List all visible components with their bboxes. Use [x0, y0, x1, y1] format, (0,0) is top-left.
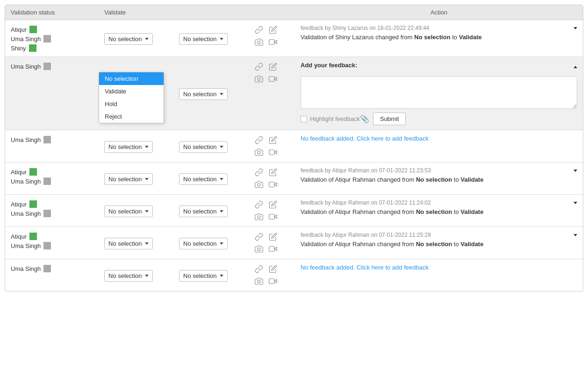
video-icon[interactable]: [268, 179, 278, 190]
svg-marker-10: [274, 183, 277, 186]
camera-icon[interactable]: [254, 276, 264, 286]
chevron-down-icon: [220, 38, 223, 40]
collapse-icon[interactable]: [574, 27, 577, 29]
user-name: Uma Singh: [11, 35, 41, 43]
chevron-down-icon: [145, 242, 149, 245]
cell-dropdown-validate2-row4: No selection: [173, 163, 248, 194]
svg-rect-14: [269, 214, 274, 220]
validate2-value: No selection: [183, 240, 217, 247]
cell-users-row1: Atiqur Uma Singh Shiny: [5, 20, 99, 57]
camera-icon[interactable]: [254, 37, 264, 47]
user-name: Atiqur: [11, 26, 27, 33]
link-icon[interactable]: [254, 199, 264, 210]
cell-dropdown-validate-row2: No selection No selection Validate Hold …: [99, 57, 173, 130]
feedback-text: Validation of Atiqur Rahman changed from…: [301, 176, 483, 184]
submit-button[interactable]: Submit: [373, 113, 406, 125]
chevron-down-icon: [145, 275, 149, 277]
cell-users-row7: Uma Singh: [5, 259, 99, 291]
user-name: Uma Singh: [11, 63, 41, 70]
icon-row: [254, 244, 278, 254]
collapse-icon[interactable]: [574, 202, 577, 204]
validate2-dropdown-btn[interactable]: No selection: [179, 88, 228, 100]
highlight-checkbox[interactable]: [301, 116, 307, 122]
edit-icon[interactable]: [268, 25, 278, 35]
status-indicator: [43, 265, 51, 272]
link-icon[interactable]: [254, 264, 264, 274]
cell-icons-row3: [248, 130, 295, 162]
chevron-down-icon: [145, 178, 149, 180]
validate-dropdown-btn[interactable]: No selection: [104, 141, 153, 153]
action-top-row: Add your feedback:: [301, 62, 577, 72]
camera-icon[interactable]: [254, 74, 264, 84]
camera-icon[interactable]: [254, 179, 264, 190]
collapse-icon[interactable]: [574, 234, 577, 236]
edit-icon[interactable]: [268, 167, 278, 177]
link-icon[interactable]: [254, 135, 264, 145]
collapse-icon[interactable]: [574, 170, 577, 172]
add-feedback-link[interactable]: No feedback added. Click here to add fee…: [301, 264, 429, 271]
validate-value: No selection: [108, 208, 142, 215]
camera-icon[interactable]: [254, 147, 264, 157]
dropdown-item-hold[interactable]: Hold: [99, 98, 164, 110]
user-entry: Uma Singh: [11, 177, 51, 185]
camera-icon[interactable]: [254, 244, 264, 254]
svg-marker-13: [274, 215, 277, 219]
link-icon[interactable]: [254, 167, 264, 177]
svg-rect-2: [269, 40, 274, 45]
cell-dropdown-validate-row6: No selection: [99, 227, 173, 259]
icon-row: [254, 135, 278, 145]
video-icon[interactable]: [268, 37, 278, 47]
link-icon[interactable]: [254, 62, 264, 72]
table-row: Atiqur Uma Singh No selection No selecti…: [5, 195, 583, 227]
validate2-dropdown-btn[interactable]: No selection: [179, 270, 228, 282]
validate-dropdown-btn[interactable]: No selection: [104, 206, 153, 217]
cell-action-row4: feedback by Atiqur Rahman on 07-01-2022 …: [295, 163, 583, 194]
add-feedback-link[interactable]: No feedback added. Click here to add fee…: [301, 135, 429, 142]
video-icon[interactable]: [268, 212, 278, 222]
cell-users-row4: Atiqur Uma Singh: [5, 163, 99, 194]
validate2-dropdown-btn[interactable]: No selection: [179, 206, 228, 217]
validate2-dropdown-btn[interactable]: No selection: [179, 141, 228, 153]
user-name: Atiqur: [11, 201, 27, 208]
user-entry: Uma Singh: [11, 35, 51, 43]
validate2-dropdown-btn[interactable]: No selection: [179, 238, 228, 249]
edit-icon[interactable]: [268, 62, 278, 72]
video-icon[interactable]: [268, 147, 278, 157]
user-entry: Uma Singh: [11, 63, 51, 70]
validate-dropdown-btn[interactable]: No selection: [104, 270, 153, 282]
edit-icon[interactable]: [268, 232, 278, 242]
cell-dropdown-validate2-row2: No selection: [173, 57, 248, 130]
dropdown-item-reject[interactable]: Reject: [99, 110, 164, 123]
collapse-icon[interactable]: [574, 66, 577, 68]
chevron-down-icon: [220, 275, 223, 277]
validate-dropdown-btn[interactable]: No selection: [104, 33, 153, 45]
add-feedback-title: Add your feedback:: [301, 62, 357, 69]
validate-dropdown-btn[interactable]: No selection: [104, 238, 153, 249]
feedback-textarea[interactable]: [301, 76, 577, 109]
validate-dropdown-btn[interactable]: No selection: [104, 173, 153, 185]
edit-icon[interactable]: [268, 264, 278, 274]
edit-icon[interactable]: [268, 135, 278, 145]
validate2-dropdown-btn[interactable]: No selection: [179, 33, 228, 45]
link-icon[interactable]: [254, 25, 264, 35]
link-icon[interactable]: [254, 232, 264, 242]
video-icon[interactable]: [268, 276, 278, 286]
user-entry: Uma Singh: [11, 265, 51, 272]
icon-row: [254, 147, 278, 157]
dropdown-item-no-selection[interactable]: No selection: [99, 72, 164, 85]
video-icon[interactable]: [268, 74, 278, 84]
cell-dropdown-validate-row4: No selection: [99, 163, 173, 194]
chevron-down-icon: [220, 242, 223, 245]
validate2-dropdown-btn[interactable]: No selection: [179, 173, 228, 185]
status-indicator: [43, 63, 51, 70]
video-icon[interactable]: [268, 244, 278, 254]
status-indicator: [29, 233, 37, 240]
edit-icon[interactable]: [268, 199, 278, 210]
highlight-label[interactable]: Highlight feedback: [301, 115, 360, 122]
dropdown-item-validate[interactable]: Validate: [99, 85, 164, 98]
user-entry: Uma Singh: [11, 210, 51, 217]
cell-icons-row6: [248, 227, 295, 259]
table-row: Uma Singh No selection No selection: [5, 259, 583, 291]
camera-icon[interactable]: [254, 212, 264, 222]
paperclip-icon[interactable]: 📎: [360, 114, 369, 123]
